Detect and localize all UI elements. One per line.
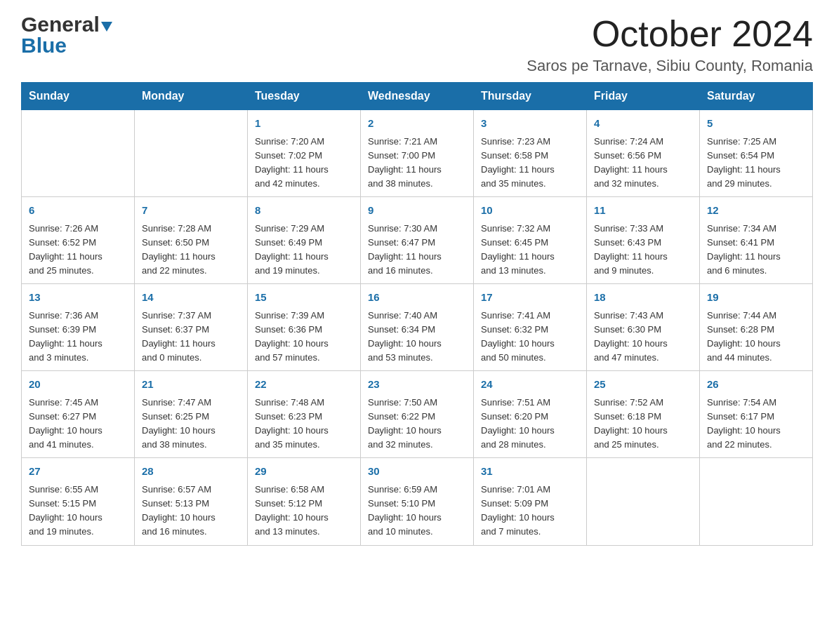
calendar-cell: 19Sunrise: 7:44 AM Sunset: 6:28 PM Dayli…	[700, 284, 813, 371]
calendar-cell: 20Sunrise: 7:45 AM Sunset: 6:27 PM Dayli…	[22, 371, 135, 458]
calendar-table: SundayMondayTuesdayWednesdayThursdayFrid…	[21, 82, 813, 545]
calendar-cell: 7Sunrise: 7:28 AM Sunset: 6:50 PM Daylig…	[135, 197, 248, 284]
day-info: Sunrise: 7:39 AM Sunset: 6:36 PM Dayligh…	[255, 309, 353, 365]
calendar-cell	[135, 110, 248, 197]
day-number: 5	[707, 116, 805, 132]
day-number: 2	[368, 116, 466, 132]
day-number: 13	[29, 290, 127, 306]
calendar-cell: 8Sunrise: 7:29 AM Sunset: 6:49 PM Daylig…	[248, 197, 361, 284]
day-number: 6	[29, 203, 127, 219]
header-friday: Friday	[587, 83, 700, 110]
day-number: 27	[29, 464, 127, 480]
day-number: 26	[707, 377, 805, 393]
day-number: 23	[368, 377, 466, 393]
day-number: 7	[142, 203, 240, 219]
header-sunday: Sunday	[22, 83, 135, 110]
day-number: 14	[142, 290, 240, 306]
calendar-cell: 13Sunrise: 7:36 AM Sunset: 6:39 PM Dayli…	[22, 284, 135, 371]
calendar-cell: 14Sunrise: 7:37 AM Sunset: 6:37 PM Dayli…	[135, 284, 248, 371]
day-number: 17	[481, 290, 579, 306]
day-number: 3	[481, 116, 579, 132]
day-info: Sunrise: 6:55 AM Sunset: 5:15 PM Dayligh…	[29, 483, 127, 539]
day-info: Sunrise: 7:52 AM Sunset: 6:18 PM Dayligh…	[594, 396, 692, 452]
calendar-cell: 1Sunrise: 7:20 AM Sunset: 7:02 PM Daylig…	[248, 110, 361, 197]
week-row-4: 27Sunrise: 6:55 AM Sunset: 5:15 PM Dayli…	[22, 458, 813, 545]
day-info: Sunrise: 7:21 AM Sunset: 7:00 PM Dayligh…	[368, 135, 466, 192]
logo-blue-text: Blue	[21, 34, 67, 57]
calendar-cell: 22Sunrise: 7:48 AM Sunset: 6:23 PM Dayli…	[248, 371, 361, 458]
calendar-cell: 11Sunrise: 7:33 AM Sunset: 6:43 PM Dayli…	[587, 197, 700, 284]
day-info: Sunrise: 6:57 AM Sunset: 5:13 PM Dayligh…	[142, 483, 240, 539]
calendar-cell: 15Sunrise: 7:39 AM Sunset: 6:36 PM Dayli…	[248, 284, 361, 371]
day-number: 22	[255, 377, 353, 393]
day-info: Sunrise: 7:01 AM Sunset: 5:09 PM Dayligh…	[481, 483, 579, 539]
week-row-3: 20Sunrise: 7:45 AM Sunset: 6:27 PM Dayli…	[22, 371, 813, 458]
calendar-cell: 29Sunrise: 6:58 AM Sunset: 5:12 PM Dayli…	[248, 458, 361, 545]
day-info: Sunrise: 7:30 AM Sunset: 6:47 PM Dayligh…	[368, 222, 466, 279]
day-info: Sunrise: 7:41 AM Sunset: 6:32 PM Dayligh…	[481, 309, 579, 365]
day-number: 12	[707, 203, 805, 219]
day-info: Sunrise: 7:43 AM Sunset: 6:30 PM Dayligh…	[594, 309, 692, 365]
day-info: Sunrise: 7:34 AM Sunset: 6:41 PM Dayligh…	[707, 222, 805, 279]
day-number: 28	[142, 464, 240, 480]
calendar-cell: 5Sunrise: 7:25 AM Sunset: 6:54 PM Daylig…	[700, 110, 813, 197]
day-info: Sunrise: 7:25 AM Sunset: 6:54 PM Dayligh…	[707, 135, 805, 192]
week-row-2: 13Sunrise: 7:36 AM Sunset: 6:39 PM Dayli…	[22, 284, 813, 371]
calendar-cell: 12Sunrise: 7:34 AM Sunset: 6:41 PM Dayli…	[700, 197, 813, 284]
calendar-cell: 6Sunrise: 7:26 AM Sunset: 6:52 PM Daylig…	[22, 197, 135, 284]
location: Saros pe Tarnave, Sibiu County, Romania	[527, 57, 813, 75]
calendar-cell: 16Sunrise: 7:40 AM Sunset: 6:34 PM Dayli…	[361, 284, 474, 371]
calendar-cell: 4Sunrise: 7:24 AM Sunset: 6:56 PM Daylig…	[587, 110, 700, 197]
day-info: Sunrise: 7:50 AM Sunset: 6:22 PM Dayligh…	[368, 396, 466, 452]
header-saturday: Saturday	[700, 83, 813, 110]
calendar-cell: 18Sunrise: 7:43 AM Sunset: 6:30 PM Dayli…	[587, 284, 700, 371]
day-number: 30	[368, 464, 466, 480]
calendar-cell: 26Sunrise: 7:54 AM Sunset: 6:17 PM Dayli…	[700, 371, 813, 458]
day-number: 21	[142, 377, 240, 393]
day-info: Sunrise: 7:37 AM Sunset: 6:37 PM Dayligh…	[142, 309, 240, 365]
day-number: 9	[368, 203, 466, 219]
day-info: Sunrise: 7:33 AM Sunset: 6:43 PM Dayligh…	[594, 222, 692, 279]
day-info: Sunrise: 7:26 AM Sunset: 6:52 PM Dayligh…	[29, 222, 127, 279]
calendar-header: SundayMondayTuesdayWednesdayThursdayFrid…	[22, 83, 813, 110]
calendar-cell: 3Sunrise: 7:23 AM Sunset: 6:58 PM Daylig…	[474, 110, 587, 197]
calendar-cell	[700, 458, 813, 545]
day-info: Sunrise: 7:40 AM Sunset: 6:34 PM Dayligh…	[368, 309, 466, 365]
calendar-body: 1Sunrise: 7:20 AM Sunset: 7:02 PM Daylig…	[22, 110, 813, 545]
day-number: 16	[368, 290, 466, 306]
calendar-cell: 21Sunrise: 7:47 AM Sunset: 6:25 PM Dayli…	[135, 371, 248, 458]
calendar-cell: 17Sunrise: 7:41 AM Sunset: 6:32 PM Dayli…	[474, 284, 587, 371]
calendar-cell: 30Sunrise: 6:59 AM Sunset: 5:10 PM Dayli…	[361, 458, 474, 545]
header-row: SundayMondayTuesdayWednesdayThursdayFrid…	[22, 83, 813, 110]
day-info: Sunrise: 7:23 AM Sunset: 6:58 PM Dayligh…	[481, 135, 579, 192]
day-number: 25	[594, 377, 692, 393]
logo-arrow-icon	[101, 22, 112, 35]
calendar-cell: 25Sunrise: 7:52 AM Sunset: 6:18 PM Dayli…	[587, 371, 700, 458]
title-section: October 2024 Saros pe Tarnave, Sibiu Cou…	[527, 14, 813, 75]
day-info: Sunrise: 7:24 AM Sunset: 6:56 PM Dayligh…	[594, 135, 692, 192]
logo: General Blue	[21, 14, 112, 56]
day-number: 8	[255, 203, 353, 219]
day-number: 1	[255, 116, 353, 132]
day-number: 19	[707, 290, 805, 306]
day-number: 20	[29, 377, 127, 393]
calendar-cell: 28Sunrise: 6:57 AM Sunset: 5:13 PM Dayli…	[135, 458, 248, 545]
calendar-cell: 27Sunrise: 6:55 AM Sunset: 5:15 PM Dayli…	[22, 458, 135, 545]
day-info: Sunrise: 7:36 AM Sunset: 6:39 PM Dayligh…	[29, 309, 127, 365]
header-wednesday: Wednesday	[361, 83, 474, 110]
day-number: 11	[594, 203, 692, 219]
day-number: 15	[255, 290, 353, 306]
week-row-1: 6Sunrise: 7:26 AM Sunset: 6:52 PM Daylig…	[22, 197, 813, 284]
calendar-cell: 23Sunrise: 7:50 AM Sunset: 6:22 PM Dayli…	[361, 371, 474, 458]
day-number: 29	[255, 464, 353, 480]
calendar-cell: 9Sunrise: 7:30 AM Sunset: 6:47 PM Daylig…	[361, 197, 474, 284]
day-info: Sunrise: 7:48 AM Sunset: 6:23 PM Dayligh…	[255, 396, 353, 452]
calendar-cell: 31Sunrise: 7:01 AM Sunset: 5:09 PM Dayli…	[474, 458, 587, 545]
calendar-cell	[22, 110, 135, 197]
day-info: Sunrise: 7:32 AM Sunset: 6:45 PM Dayligh…	[481, 222, 579, 279]
day-info: Sunrise: 7:47 AM Sunset: 6:25 PM Dayligh…	[142, 396, 240, 452]
day-info: Sunrise: 7:20 AM Sunset: 7:02 PM Dayligh…	[255, 135, 353, 192]
calendar-cell	[587, 458, 700, 545]
day-number: 4	[594, 116, 692, 132]
header-monday: Monday	[135, 83, 248, 110]
